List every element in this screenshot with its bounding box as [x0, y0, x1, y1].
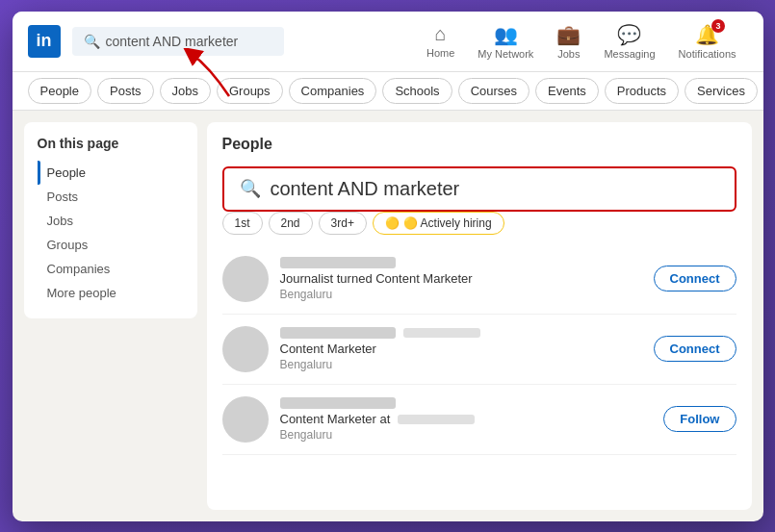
- top-nav: in 🔍 content AND marketer ⌂ Home 👥 My Ne…: [13, 12, 763, 72]
- search-icon-nav: 🔍: [84, 34, 100, 49]
- results-title: People: [222, 136, 272, 153]
- results-panel: People 🔍 content AND marketer 1st 2nd 3r…: [207, 122, 752, 510]
- sidebar-item-more[interactable]: More people: [38, 281, 184, 305]
- nav-icons: ⌂ Home 👥 My Network 💼 Jobs 💬 Messaging 🔔…: [415, 19, 748, 63]
- tab-jobs[interactable]: Jobs: [160, 78, 211, 104]
- sidebar: On this page People Posts Jobs Groups Co…: [24, 122, 197, 318]
- avatar: [222, 326, 269, 372]
- tab-groups[interactable]: Groups: [217, 78, 283, 104]
- person-title: Content Marketer: [280, 342, 642, 356]
- tab-posts[interactable]: Posts: [97, 78, 154, 104]
- person-item: Content Marketer Bengaluru Connect: [222, 315, 736, 385]
- home-icon: ⌂: [435, 23, 447, 45]
- filter-pills: 1st 2nd 3rd+ 🟡 🟡 Actively hiring: [207, 212, 752, 244]
- network-label: My Network: [478, 48, 533, 60]
- hiring-label: 🟡 Actively hiring: [403, 216, 492, 230]
- sidebar-item-posts[interactable]: Posts: [38, 185, 184, 209]
- person-name-row: [280, 257, 642, 268]
- nav-home[interactable]: ⌂ Home: [415, 19, 466, 63]
- tab-events[interactable]: Events: [535, 78, 599, 104]
- person-info: Content Marketer Bengaluru: [280, 327, 642, 371]
- notifications-badge: 3: [711, 19, 725, 33]
- sidebar-title: On this page: [38, 136, 184, 151]
- connect-button[interactable]: Connect: [654, 336, 736, 362]
- person-action: Follow: [663, 406, 736, 432]
- main-content: On this page People Posts Jobs Groups Co…: [13, 111, 763, 521]
- nav-notifications[interactable]: 🔔 3 Notifications: [667, 19, 748, 63]
- home-label: Home: [426, 47, 454, 59]
- results-header: People: [207, 122, 752, 153]
- notifications-icon: 🔔 3: [695, 23, 719, 46]
- person-name-row: [280, 327, 642, 339]
- people-list: Journalist turned Content Marketer Benga…: [207, 244, 752, 510]
- notifications-label: Notifications: [679, 48, 736, 60]
- person-info: Content Marketer at Bengaluru: [280, 397, 653, 442]
- sidebar-item-jobs[interactable]: Jobs: [38, 209, 184, 233]
- search-highlight-text: content AND marketer: [271, 178, 460, 200]
- person-location: Bengaluru: [280, 358, 642, 371]
- tab-schools[interactable]: Schools: [382, 78, 452, 104]
- search-bar[interactable]: 🔍 content AND marketer: [72, 27, 284, 56]
- tab-companies[interactable]: Companies: [289, 78, 377, 104]
- jobs-label: Jobs: [557, 48, 580, 60]
- name-blur: [280, 397, 396, 409]
- nav-jobs[interactable]: 💼 Jobs: [545, 19, 592, 63]
- pill-actively-hiring[interactable]: 🟡 🟡 Actively hiring: [373, 212, 504, 235]
- jobs-icon: 💼: [556, 23, 581, 46]
- tab-services[interactable]: Services: [685, 78, 758, 104]
- pill-1st[interactable]: 1st: [222, 212, 263, 235]
- pill-3rd[interactable]: 3rd+: [319, 212, 367, 235]
- name-blur: [280, 257, 396, 268]
- person-name-row: [280, 397, 653, 409]
- person-action: Connect: [654, 266, 736, 291]
- name-blur-extra: [403, 328, 480, 338]
- hiring-icon: 🟡: [385, 216, 400, 230]
- nav-messaging[interactable]: 💬 Messaging: [592, 19, 666, 63]
- name-blur: [280, 327, 396, 339]
- sidebar-item-companies[interactable]: Companies: [38, 257, 184, 281]
- person-location: Bengaluru: [280, 428, 653, 442]
- linkedin-logo[interactable]: in: [28, 25, 61, 58]
- pill-2nd[interactable]: 2nd: [269, 212, 313, 235]
- search-highlight-icon: 🔍: [240, 178, 261, 199]
- messaging-icon: 💬: [617, 23, 641, 46]
- person-action: Connect: [654, 336, 736, 362]
- search-highlight-wrapper: 🔍 content AND marketer: [207, 153, 752, 212]
- company-blur: [398, 415, 475, 424]
- connect-button[interactable]: Connect: [654, 266, 736, 291]
- messaging-label: Messaging: [604, 48, 655, 60]
- search-highlight-box[interactable]: 🔍 content AND marketer: [222, 166, 736, 212]
- browser-window: in 🔍 content AND marketer ⌂ Home 👥 My Ne…: [13, 12, 763, 521]
- avatar: [222, 256, 269, 302]
- tab-products[interactable]: Products: [605, 78, 679, 104]
- avatar: [222, 396, 269, 443]
- person-item: Content Marketer at Bengaluru Follow: [222, 385, 736, 455]
- person-info: Journalist turned Content Marketer Benga…: [280, 257, 642, 301]
- tab-people[interactable]: People: [28, 78, 91, 104]
- sidebar-item-people[interactable]: People: [38, 161, 184, 185]
- follow-button[interactable]: Follow: [663, 406, 736, 432]
- person-title: Content Marketer at: [280, 412, 653, 426]
- network-icon: 👥: [494, 23, 518, 46]
- tab-courses[interactable]: Courses: [458, 78, 530, 104]
- person-item: Journalist turned Content Marketer Benga…: [222, 244, 736, 315]
- sidebar-items: People Posts Jobs Groups Companies More …: [38, 161, 184, 305]
- filter-tabs: People Posts Jobs Groups Companies Schoo…: [13, 72, 763, 111]
- nav-network[interactable]: 👥 My Network: [466, 19, 545, 63]
- search-query-text: content AND marketer: [106, 34, 239, 49]
- person-title: Journalist turned Content Marketer: [280, 271, 642, 286]
- sidebar-item-groups[interactable]: Groups: [38, 233, 184, 257]
- person-location: Bengaluru: [280, 288, 642, 301]
